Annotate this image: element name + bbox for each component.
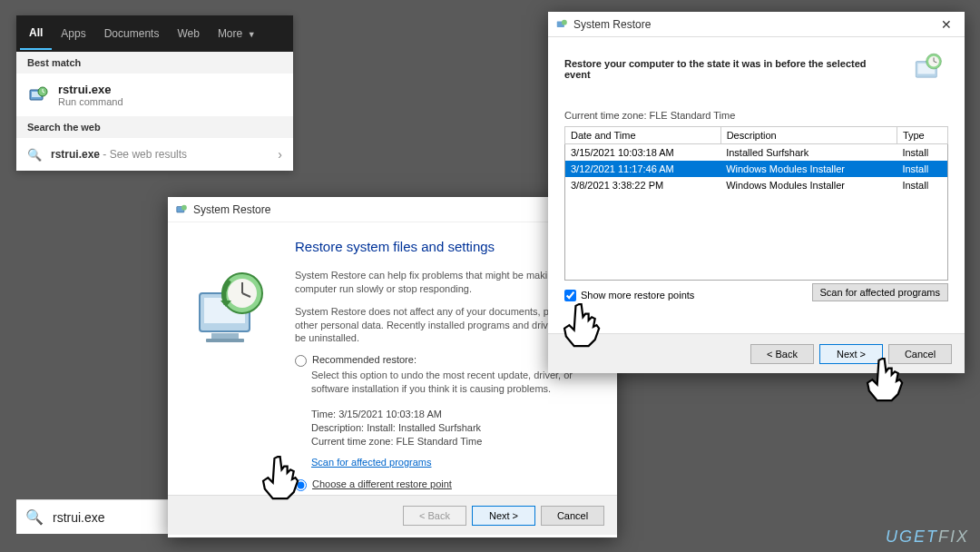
scan-affected-button[interactable]: Scan for affected programs: [812, 283, 948, 301]
tab-all[interactable]: All: [20, 17, 52, 50]
web-result-item[interactable]: 🔍 rstrui.exe - See web results ›: [16, 138, 293, 171]
chevron-right-icon: ›: [278, 147, 282, 162]
best-match-item[interactable]: rstrui.exe Run command: [16, 74, 293, 116]
svg-point-4: [181, 204, 187, 210]
system-restore-icon: [555, 18, 568, 31]
wizard-footer: < Back Next > Cancel: [168, 495, 617, 535]
restore-points-table[interactable]: Date and Time Description Type 3/15/2021…: [564, 126, 948, 281]
system-restore-icon: [175, 203, 188, 216]
timezone-label: Current time zone: FLE Standard Time: [564, 110, 948, 121]
radio-different-label: Choose a different restore point: [312, 478, 452, 489]
best-match-title: rstrui.exe: [58, 83, 123, 96]
svg-rect-7: [211, 333, 239, 339]
svg-rect-8: [206, 339, 244, 342]
best-match-subtitle: Run command: [58, 96, 123, 107]
system-restore-icon: [910, 50, 948, 88]
chevron-down-icon: ▼: [245, 30, 255, 39]
window-title: System Restore: [193, 203, 270, 216]
next-button[interactable]: Next >: [819, 344, 883, 364]
col-date[interactable]: Date and Time: [565, 127, 721, 144]
table-row[interactable]: 3/12/2021 11:17:46 AMWindows Modules Ins…: [565, 161, 948, 177]
radio-recommended-label: Recommended restore:: [312, 354, 416, 365]
web-result-text: rstrui.exe - See web results: [51, 148, 187, 161]
scan-affected-link[interactable]: Scan for affected programs: [311, 457, 431, 468]
back-button: < Back: [403, 506, 466, 526]
close-button[interactable]: ✕: [936, 17, 957, 32]
wizard-icon-area: [168, 239, 295, 488]
search-web-header: Search the web: [16, 116, 293, 138]
back-button[interactable]: < Back: [750, 344, 814, 364]
search-tabs: All Apps Documents Web More ▼: [16, 15, 293, 52]
tab-more[interactable]: More ▼: [209, 18, 265, 49]
search-panel: All Apps Documents Web More ▼ Best match…: [16, 15, 293, 171]
best-match-header: Best match: [16, 52, 293, 74]
wizard-footer: < Back Next > Cancel: [548, 333, 965, 373]
radio-recommended[interactable]: [295, 355, 307, 367]
tab-web[interactable]: Web: [168, 18, 208, 49]
search-icon: 🔍: [25, 508, 44, 526]
col-description[interactable]: Description: [720, 127, 897, 144]
cancel-button[interactable]: Cancel: [541, 506, 604, 526]
search-icon: 🔍: [27, 148, 42, 162]
col-type[interactable]: Type: [897, 127, 947, 144]
radio-different-point[interactable]: [295, 479, 307, 491]
watermark: UGETFIX: [886, 527, 969, 547]
system-restore-icon: [27, 84, 49, 106]
show-more-checkbox[interactable]: [564, 290, 576, 301]
show-more-label: Show more restore points: [581, 290, 694, 301]
table-row[interactable]: 3/15/2021 10:03:18 AMInstalled Surfshark…: [565, 144, 948, 162]
window-title: System Restore: [573, 18, 651, 31]
svg-point-15: [562, 19, 567, 25]
tab-documents[interactable]: Documents: [95, 18, 169, 49]
tab-apps[interactable]: Apps: [52, 18, 94, 49]
system-restore-wizard-list: System Restore ✕ Restore your computer t…: [548, 12, 965, 373]
restore-details: Time: 3/15/2021 10:03:18 AM Description:…: [311, 409, 603, 447]
window-titlebar: System Restore ✕: [548, 12, 965, 37]
table-row[interactable]: 3/8/2021 3:38:22 PMWindows Modules Insta…: [565, 177, 948, 193]
next-button[interactable]: Next >: [472, 506, 535, 526]
cancel-button[interactable]: Cancel: [888, 344, 952, 364]
system-restore-large-icon: [186, 266, 277, 357]
wizard-heading: Restore your computer to the state it wa…: [564, 58, 882, 80]
